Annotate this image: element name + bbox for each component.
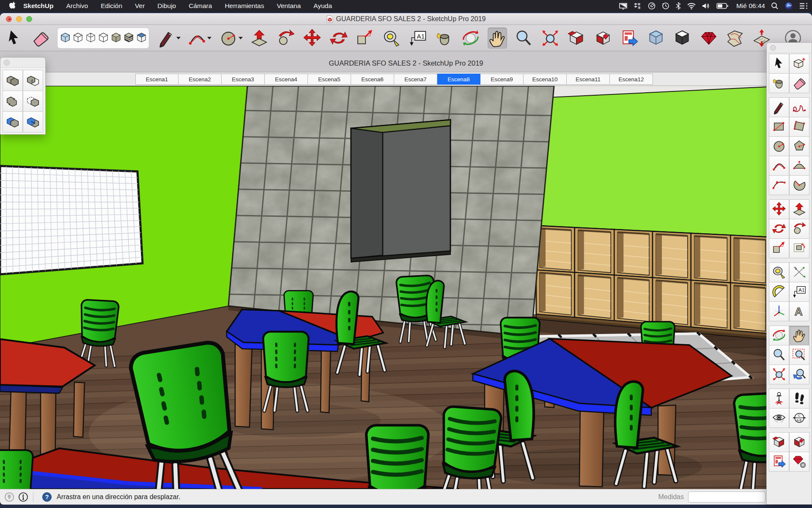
style-textured-button[interactable] <box>122 28 135 48</box>
warehouse-3d-tool-button[interactable] <box>567 28 586 49</box>
tape-measure-tool-button[interactable] <box>769 262 789 282</box>
scene-tab-escena4[interactable]: Escena4 <box>265 74 308 85</box>
chair[interactable] <box>437 406 502 489</box>
style-wireframe-button[interactable] <box>84 28 97 48</box>
axes-tool-button[interactable] <box>769 301 789 321</box>
zoom-tool-button[interactable] <box>769 345 789 365</box>
scene-tab-escena11[interactable]: Escena11 <box>567 74 610 85</box>
follow-me-tool-button[interactable] <box>276 28 296 49</box>
style-monochrome-button[interactable] <box>135 28 148 48</box>
info-icon[interactable] <box>19 492 28 502</box>
intersect-button[interactable] <box>23 70 43 91</box>
text-a1-tool-button[interactable] <box>789 282 809 302</box>
scene-tab-escena2[interactable]: Escena2 <box>178 74 222 85</box>
display-icon[interactable] <box>619 3 627 10</box>
siri-icon[interactable] <box>785 2 793 10</box>
zoom-window-tool-button[interactable] <box>789 345 809 365</box>
model-box-tool-button[interactable] <box>672 28 692 49</box>
time-machine-icon[interactable] <box>662 2 669 10</box>
outer-shell-button[interactable] <box>3 70 23 91</box>
zoom-tool-button[interactable] <box>514 28 533 49</box>
menu-clock[interactable]: Mié 06:44 <box>736 2 765 10</box>
measurements-input[interactable] <box>688 491 765 502</box>
move-tool-button[interactable] <box>302 28 322 49</box>
warehouse-3d-tool-button[interactable] <box>769 432 789 452</box>
menu-item-edicion[interactable]: Edición <box>101 2 122 10</box>
circle-tool-button[interactable] <box>219 28 238 49</box>
component-tool-button[interactable] <box>789 54 809 74</box>
walk-tool-button[interactable] <box>789 389 809 409</box>
scene-tab-escena8[interactable]: Escena8 <box>437 74 480 85</box>
wifi-icon[interactable] <box>687 3 696 9</box>
help-icon[interactable]: ? <box>42 492 52 502</box>
menu-item-ventana[interactable]: Ventana <box>277 2 301 10</box>
orbit-tool-button[interactable] <box>461 28 480 49</box>
scene-tab-escena6[interactable]: Escena6 <box>351 74 394 85</box>
section-cube-tool-button[interactable] <box>646 28 666 49</box>
paint-bucket-tool-button[interactable] <box>435 28 454 49</box>
pan-tool-button[interactable] <box>789 326 809 345</box>
three-point-arc-tool-button[interactable] <box>769 175 789 195</box>
apple-icon[interactable] <box>9 2 16 11</box>
battery-icon[interactable] <box>716 3 728 9</box>
chair[interactable] <box>0 450 33 489</box>
tape-measure-tool-button[interactable] <box>382 28 401 49</box>
eraser-tool-button[interactable] <box>789 73 809 93</box>
pie-tool-button[interactable] <box>789 175 809 195</box>
paint-bucket-tool-button[interactable] <box>769 73 789 93</box>
scene-tab-escena10[interactable]: Escena10 <box>524 74 567 85</box>
circle-tool-button[interactable] <box>769 136 789 156</box>
line-tool-button[interactable] <box>769 97 789 117</box>
circle-dropdown-icon[interactable] <box>239 37 243 39</box>
text-3d-tool-button[interactable] <box>789 301 809 321</box>
rotate-tool-button[interactable] <box>329 28 348 49</box>
menu-item-camara[interactable]: Cámara <box>189 2 212 10</box>
eraser-tool-button[interactable] <box>31 28 50 49</box>
two-point-arc-tool-button[interactable] <box>789 156 809 176</box>
palette-header[interactable] <box>0 58 45 68</box>
notification-list-icon[interactable] <box>799 3 808 9</box>
palette-close-icon[interactable] <box>4 60 10 66</box>
scene-tab-escena1[interactable]: Escena1 <box>135 74 178 85</box>
protractor-tool-button[interactable] <box>769 282 789 302</box>
select-tool-button[interactable] <box>769 54 789 74</box>
line-dropdown-icon[interactable] <box>176 37 181 39</box>
scene-tab-escena12[interactable]: Escena12 <box>610 74 653 85</box>
menu-app-name[interactable]: SketchUp <box>23 2 54 10</box>
rotated-rectangle-tool-button[interactable] <box>789 117 809 137</box>
compass-tool-button[interactable] <box>789 408 809 428</box>
push-pull-tool-button[interactable] <box>250 28 269 49</box>
union-button[interactable] <box>3 91 23 112</box>
viewport-3d[interactable] <box>0 86 769 489</box>
ruby-tool-button[interactable] <box>699 28 719 49</box>
select-tool-button[interactable] <box>4 28 24 49</box>
scale-tool-button[interactable] <box>769 238 789 258</box>
geolocation-icon[interactable] <box>5 492 14 502</box>
document-title-bar[interactable]: GUARDERIA SFO SALES 2 - SketchUp Pro 201… <box>0 51 812 72</box>
style-back-edges-button[interactable] <box>71 28 84 48</box>
rectangle-tool-button[interactable] <box>769 117 789 137</box>
scene-tab-escena9[interactable]: Escena9 <box>480 74 524 85</box>
menu-item-ver[interactable]: Ver <box>135 2 145 10</box>
arc-dropdown-icon[interactable] <box>207 37 211 39</box>
scene-tab-escena5[interactable]: Escena5 <box>308 74 351 85</box>
rotate-tool-button[interactable] <box>769 219 789 239</box>
orbit-tool-button[interactable] <box>769 326 789 345</box>
freehand-tool-button[interactable] <box>789 97 809 117</box>
text-a1-tool-button[interactable] <box>408 28 428 49</box>
menu-item-dibujo[interactable]: Dibujo <box>157 2 176 10</box>
line-tool-button[interactable] <box>156 28 176 49</box>
palette-close-icon-right[interactable] <box>770 45 776 51</box>
style-shaded-button[interactable] <box>110 28 122 48</box>
sandbox-contours-tool-button[interactable] <box>725 28 745 49</box>
menu-item-herramientas[interactable]: Herramientas <box>225 2 264 10</box>
zoom-extents-tool-button[interactable] <box>769 364 789 384</box>
zoom-extents-tool-button[interactable] <box>540 28 560 49</box>
polygon-tool-button[interactable] <box>789 136 809 156</box>
move-tool-button[interactable] <box>769 199 789 219</box>
position-camera-tool-button[interactable] <box>769 389 789 409</box>
subtract-button[interactable] <box>23 91 43 112</box>
extension-warehouse-tool-button[interactable] <box>593 28 613 49</box>
spiral-icon[interactable] <box>648 2 656 10</box>
trim-button[interactable] <box>3 111 23 133</box>
